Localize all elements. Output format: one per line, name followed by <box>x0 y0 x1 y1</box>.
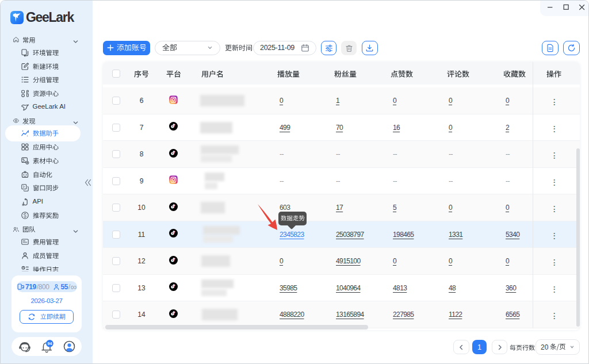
svg-text:94: 94 <box>48 342 52 346</box>
